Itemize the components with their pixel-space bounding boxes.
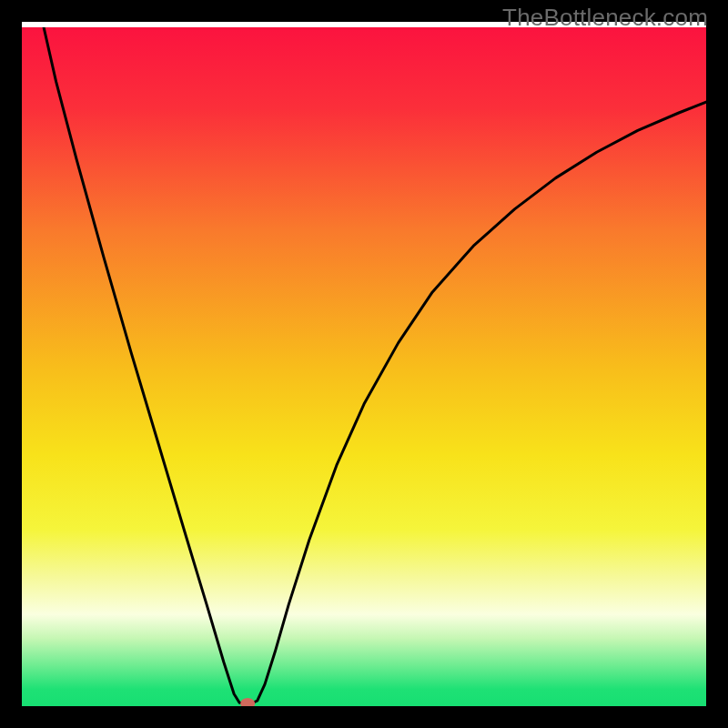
gradient-background [22, 27, 706, 706]
watermark-text: TheBottleneck.com [502, 4, 708, 32]
chart-container: TheBottleneck.com [0, 0, 728, 728]
bottleneck-chart [0, 0, 728, 728]
